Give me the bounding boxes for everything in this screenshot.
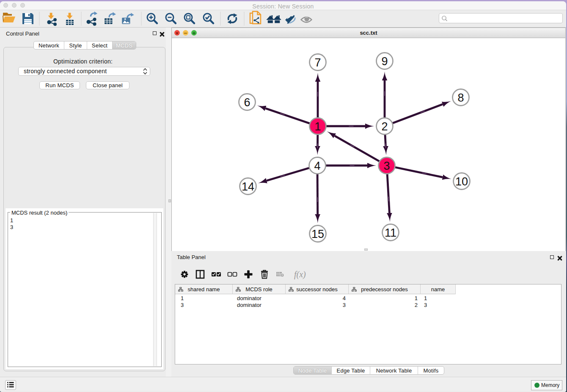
svg-text:4: 4 bbox=[314, 160, 320, 172]
svg-text:1: 1 bbox=[314, 120, 321, 133]
svg-text:9: 9 bbox=[381, 55, 388, 68]
svg-text:7: 7 bbox=[314, 56, 321, 69]
svg-text:f(x): f(x) bbox=[294, 270, 306, 279]
svg-text:2: 2 bbox=[381, 120, 388, 133]
svg-text:3: 3 bbox=[383, 160, 390, 172]
svg-text:8: 8 bbox=[457, 91, 464, 104]
svg-text:15: 15 bbox=[311, 228, 324, 240]
svg-text:11: 11 bbox=[385, 226, 396, 239]
svg-text:10: 10 bbox=[455, 175, 468, 188]
svg-text:14: 14 bbox=[242, 180, 254, 193]
svg-text:6: 6 bbox=[244, 96, 250, 109]
